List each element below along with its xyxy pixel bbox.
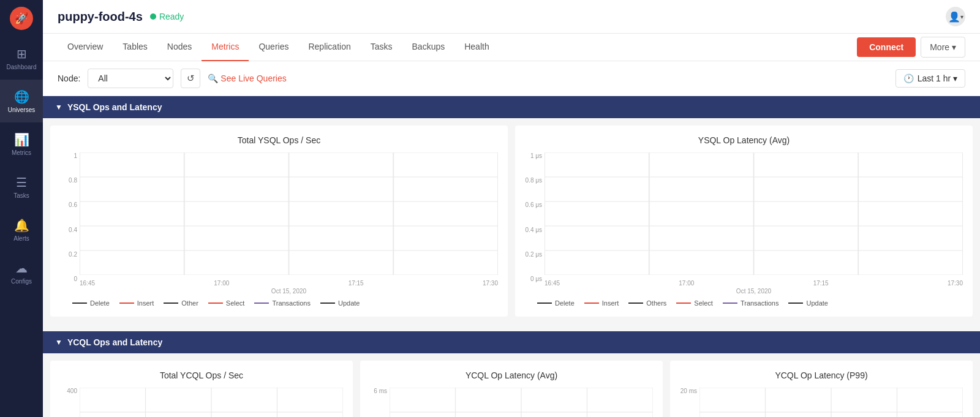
legend-insert-lat: Insert bbox=[584, 299, 619, 307]
legend-select-line bbox=[208, 302, 223, 304]
user-avatar[interactable]: 👤 ▾ bbox=[946, 7, 965, 26]
universes-icon: 🌐 bbox=[14, 89, 29, 104]
tab-tasks[interactable]: Tasks bbox=[361, 34, 402, 61]
legend-transactions-lat-line bbox=[723, 302, 737, 304]
tab-overview[interactable]: Overview bbox=[58, 34, 113, 61]
ycql-section-header[interactable]: ▼ YCQL Ops and Latency bbox=[43, 331, 980, 353]
legend-delete-line bbox=[72, 302, 87, 304]
nav-tabs-actions: Connect More ▾ bbox=[857, 37, 965, 58]
sidebar-item-metrics[interactable]: 📊 Metrics bbox=[0, 122, 43, 165]
ycql-latency-p99-chart-wrapper: 20 ms 15 ms 0 bbox=[680, 388, 963, 417]
sidebar-logo[interactable]: 🚀 bbox=[0, 0, 43, 37]
metrics-toolbar: Node: All ↺ 🔍 See Live Queries 🕐 Last 1 … bbox=[43, 61, 980, 96]
tab-nodes[interactable]: Nodes bbox=[157, 34, 202, 61]
ycql-latency-p99-chart-inner: 16:45 17:00 17:15 17:30 Oct 15, 2020 bbox=[699, 388, 963, 417]
ysql-latency-x-date: Oct 15, 2020 bbox=[545, 287, 963, 295]
more-button[interactable]: More ▾ bbox=[921, 37, 965, 58]
ycql-latency-p99-y-axis: 20 ms 15 ms 0 bbox=[680, 388, 697, 417]
ycql-latency-avg-svg bbox=[390, 388, 653, 417]
ysql-section-title: YSQL Ops and Latency bbox=[67, 102, 162, 112]
legend-others-lat: Others bbox=[628, 299, 666, 307]
ysql-latency-chart-card: YSQL Op Latency (Avg) 1 μs 0.8 μs 0.6 μs… bbox=[515, 126, 973, 317]
legend-insert-lat-line bbox=[584, 302, 599, 304]
status-text: Ready bbox=[159, 12, 184, 21]
toolbar-left: Node: All ↺ 🔍 See Live Queries bbox=[58, 69, 287, 88]
legend-select-lat: Select bbox=[676, 299, 713, 307]
ycql-ops-chart-title: Total YCQL Ops / Sec bbox=[60, 370, 343, 380]
time-range-text: Last 1 hr ▾ bbox=[918, 73, 957, 83]
legend-insert: Insert bbox=[119, 299, 154, 307]
time-range-select[interactable]: 🕐 Last 1 hr ▾ bbox=[895, 69, 965, 88]
user-dropdown-icon: ▾ bbox=[960, 13, 963, 20]
legend-insert-line bbox=[119, 302, 134, 304]
ycql-ops-chart-card: Total YCQL Ops / Sec 400 0 bbox=[50, 361, 353, 417]
ycql-ops-svg bbox=[80, 388, 343, 417]
sidebar-item-configs[interactable]: ☁ Configs bbox=[0, 251, 43, 294]
ycql-section-title: YCQL Ops and Latency bbox=[67, 337, 162, 347]
ysql-ops-x-date: Oct 15, 2020 bbox=[80, 287, 498, 295]
ysql-section: ▼ YSQL Ops and Latency Total YSQL Ops / … bbox=[43, 96, 980, 324]
top-bar-left: puppy-food-4s Ready bbox=[58, 10, 184, 24]
legend-update-lat-line bbox=[788, 302, 803, 304]
configs-icon: ☁ bbox=[15, 261, 28, 276]
sidebar-item-tasks[interactable]: ☰ Tasks bbox=[0, 165, 43, 208]
ycql-latency-avg-y-axis: 6 ms 0 bbox=[370, 388, 387, 417]
status-dot bbox=[150, 13, 156, 20]
clock-icon: 🕐 bbox=[903, 73, 914, 83]
legend-delete-lat-line bbox=[537, 302, 552, 304]
ysql-ops-chart-wrapper: 1 0.8 0.6 0.4 0.2 0 bbox=[60, 152, 498, 295]
nav-tabs: Overview Tables Nodes Metrics Queries Re… bbox=[43, 34, 980, 61]
ysql-section-header[interactable]: ▼ YSQL Ops and Latency bbox=[43, 96, 980, 118]
sidebar-item-alerts[interactable]: 🔔 Alerts bbox=[0, 208, 43, 251]
node-select[interactable]: All bbox=[88, 69, 173, 88]
legend-transactions-lat: Transactions bbox=[723, 299, 779, 307]
ysql-ops-legend: Delete Insert Other Select bbox=[60, 299, 498, 307]
legend-other: Other bbox=[164, 299, 198, 307]
top-bar: puppy-food-4s Ready 👤 ▾ bbox=[43, 0, 980, 34]
connect-button[interactable]: Connect bbox=[857, 37, 916, 57]
dashboard-icon: ⊞ bbox=[17, 47, 27, 61]
refresh-button[interactable]: ↺ bbox=[181, 69, 200, 88]
legend-other-line bbox=[164, 302, 178, 304]
legend-update-line bbox=[320, 302, 335, 304]
tab-queries[interactable]: Queries bbox=[249, 34, 298, 61]
sidebar: 🚀 ⊞ Dashboard 🌐 Universes 📊 Metrics ☰ Ta… bbox=[0, 0, 43, 417]
universe-title: puppy-food-4s bbox=[58, 10, 143, 24]
legend-others-lat-line bbox=[628, 302, 643, 304]
sidebar-item-dashboard[interactable]: ⊞ Dashboard bbox=[0, 37, 43, 80]
ysql-latency-chart-inner: 16:45 17:00 17:15 17:30 Oct 15, 2020 bbox=[545, 152, 963, 295]
top-bar-right: 👤 ▾ bbox=[946, 7, 965, 26]
ycql-chevron-down-icon: ▼ bbox=[55, 338, 62, 347]
main-content: puppy-food-4s Ready 👤 ▾ Overview Tables … bbox=[43, 0, 980, 417]
legend-update: Update bbox=[320, 299, 360, 307]
ycql-latency-avg-chart-wrapper: 6 ms 0 bbox=[370, 388, 653, 417]
user-icon: 👤 bbox=[948, 11, 960, 23]
ysql-ops-chart-inner: 16:45 17:00 17:15 17:30 Oct 15, 2020 bbox=[80, 152, 498, 295]
legend-transactions-line bbox=[254, 302, 269, 304]
app-logo-icon[interactable]: 🚀 bbox=[10, 7, 33, 30]
tab-health[interactable]: Health bbox=[454, 34, 499, 61]
ycql-latency-p99-svg bbox=[699, 388, 963, 417]
tab-tables[interactable]: Tables bbox=[113, 34, 157, 61]
chevron-down-icon: ▼ bbox=[55, 103, 62, 111]
ysql-charts-container: Total YSQL Ops / Sec 1 0.8 0.6 0.4 0.2 0 bbox=[43, 118, 980, 324]
ysql-ops-x-labels: 16:45 17:00 17:15 17:30 bbox=[80, 277, 498, 287]
legend-transactions: Transactions bbox=[254, 299, 311, 307]
toolbar-right: 🕐 Last 1 hr ▾ bbox=[895, 69, 965, 88]
search-icon: 🔍 bbox=[208, 73, 218, 83]
ysql-ops-chart-card: Total YSQL Ops / Sec 1 0.8 0.6 0.4 0.2 0 bbox=[50, 126, 508, 317]
tab-replication[interactable]: Replication bbox=[298, 34, 360, 61]
live-queries-link[interactable]: 🔍 See Live Queries bbox=[208, 73, 286, 83]
tasks-icon: ☰ bbox=[16, 175, 27, 190]
tab-backups[interactable]: Backups bbox=[402, 34, 455, 61]
ycql-latency-avg-chart-inner: 16:45 17:00 17:15 17:30 Oct 15, 2020 bbox=[390, 388, 653, 417]
tab-metrics[interactable]: Metrics bbox=[202, 34, 249, 61]
legend-delete-lat: Delete bbox=[537, 299, 575, 307]
ycql-charts-container: Total YCQL Ops / Sec 400 0 bbox=[43, 353, 980, 417]
sidebar-item-universes[interactable]: 🌐 Universes bbox=[0, 80, 43, 122]
ysql-latency-svg bbox=[545, 152, 963, 275]
legend-select: Select bbox=[208, 299, 245, 307]
ycql-ops-chart-wrapper: 400 0 bbox=[60, 388, 343, 417]
ysql-latency-legend: Delete Insert Others Select bbox=[525, 299, 963, 307]
nav-tabs-list: Overview Tables Nodes Metrics Queries Re… bbox=[58, 34, 499, 61]
